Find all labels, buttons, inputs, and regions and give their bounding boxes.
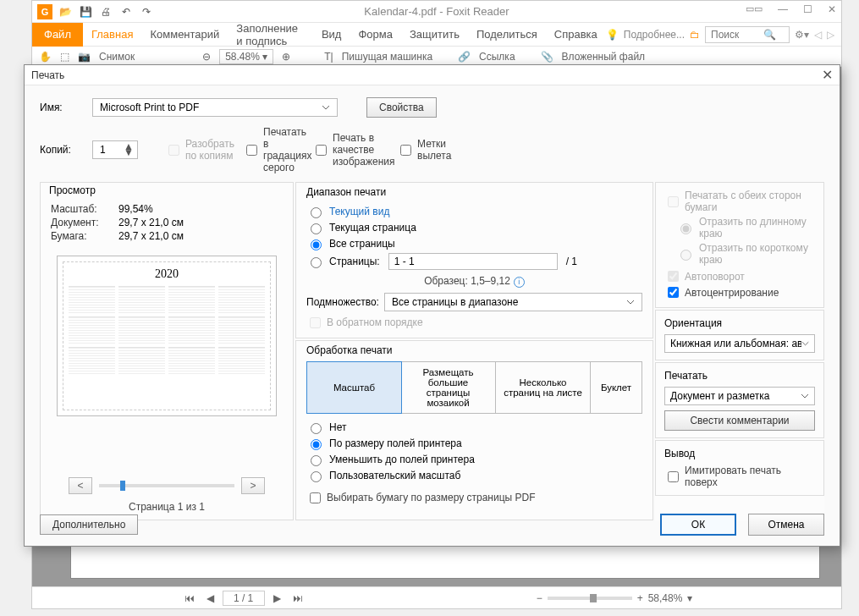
app-icon: G (37, 4, 52, 19)
print-marks-checkbox[interactable]: Метки вылета (397, 138, 439, 162)
search-icon[interactable]: 🔍 (763, 29, 776, 41)
preview-slider[interactable] (99, 484, 234, 487)
document-page (70, 545, 820, 579)
link-icon[interactable]: 🔗 (458, 51, 471, 63)
zoom-out-status-icon[interactable]: − (537, 592, 542, 604)
ribbon-tab-share[interactable]: Поделиться (468, 23, 546, 47)
zoom-in-status-icon[interactable]: + (637, 592, 643, 604)
redo-icon[interactable]: ↷ (139, 4, 154, 19)
ribbon-tab-form[interactable]: Форма (350, 23, 401, 47)
tell-me-icon[interactable]: 💡 (606, 29, 619, 41)
handling-tab-scale[interactable]: Масштаб (306, 361, 402, 414)
dialog-titlebar[interactable]: Печать ✕ (25, 65, 840, 85)
choose-paper-checkbox[interactable]: Выбирать бумагу по размеру страницы PDF (306, 490, 536, 506)
ribbon-tab-protect[interactable]: Защитить (401, 23, 468, 47)
ribbon-tab-view[interactable]: Вид (313, 23, 350, 47)
prev-page-icon[interactable]: ◀ (203, 592, 218, 604)
output-title: Вывод (664, 448, 815, 459)
minimize-icon[interactable]: — (778, 3, 788, 15)
select-tool-icon[interactable]: ⬚ (60, 51, 69, 63)
preview-next-button[interactable]: > (241, 477, 265, 494)
ribbon-tab-fill[interactable]: Заполнение и подпись (228, 23, 313, 47)
output-group: Вывод Имитировать печать поверх (655, 440, 824, 496)
tell-me-label[interactable]: Подробнее... (624, 29, 685, 41)
info-icon[interactable]: i (514, 277, 525, 288)
preview-title: Просмотр (41, 183, 293, 198)
summarize-comments-button[interactable]: Свести комментарии (664, 410, 815, 431)
scale-none-radio[interactable] (311, 423, 322, 434)
attach-label[interactable]: Вложенный файл (562, 51, 646, 63)
file-tab[interactable]: Файл (32, 23, 83, 47)
orientation-select[interactable]: Книжная или альбомная: авто (664, 334, 815, 353)
ribbon-tab-home[interactable]: Главная (83, 23, 141, 47)
search-box[interactable]: 🔍 (705, 26, 790, 43)
collate-checkbox: Разобрать по копиям (165, 138, 207, 162)
link-label[interactable]: Ссылка (479, 51, 515, 63)
current-view-radio[interactable] (311, 207, 322, 218)
search-input[interactable] (709, 28, 760, 41)
snapshot-icon[interactable]: 📷 (78, 51, 91, 63)
auto-rotate-checkbox: Автоповорот (664, 268, 745, 284)
zoom-in-icon[interactable]: ⊕ (282, 51, 290, 63)
printer-select[interactable]: Microsoft Print to PDF (92, 98, 338, 117)
next-page-icon[interactable]: ▶ (270, 592, 284, 604)
print-what-select[interactable]: Документ и разметка (664, 387, 815, 405)
as-image-checkbox[interactable]: Печать в качестве изображения (312, 132, 355, 168)
handling-tab-booklet[interactable]: Буклет (591, 362, 641, 413)
cancel-button[interactable]: Отмена (748, 514, 824, 536)
scale-fit-radio[interactable] (311, 439, 322, 450)
copies-spinner[interactable]: 1 ▲▼ (92, 140, 138, 159)
print-range-group: Диапазон печати Текущий вид Текущая стра… (295, 182, 653, 338)
spin-down-icon[interactable]: ▼ (124, 150, 134, 156)
scale-custom-radio[interactable] (311, 471, 322, 482)
zoom-out-icon[interactable]: ⊖ (202, 51, 211, 63)
reverse-order-checkbox: В обратном порядке (306, 315, 423, 331)
ribbon-tab-comment[interactable]: Комментарий (141, 23, 228, 47)
handling-tab-tile[interactable]: Размещать большие страницы мозаикой (401, 362, 496, 413)
subset-select[interactable]: Все страницы в диапазоне (384, 293, 642, 311)
zoom-select[interactable]: 58.48% ▾ (219, 49, 273, 64)
undo-icon[interactable]: ↶ (118, 4, 134, 19)
ribbon-tab-help[interactable]: Справка (546, 23, 606, 47)
close-icon[interactable]: ✕ (828, 3, 836, 15)
attach-icon[interactable]: 📎 (541, 51, 553, 63)
print-icon[interactable]: 🖨 (98, 4, 113, 19)
nav-next-icon[interactable]: ▷ (827, 29, 834, 41)
folder-icon[interactable]: 🗀 (690, 29, 700, 41)
save-icon[interactable]: 💾 (78, 4, 93, 19)
open-icon[interactable]: 📂 (58, 4, 73, 19)
hand-tool-icon[interactable]: ✋ (39, 51, 52, 63)
current-page-radio[interactable] (311, 223, 322, 234)
gear-icon[interactable]: ⚙▾ (795, 29, 809, 41)
flip-long-radio (680, 223, 691, 234)
nav-prev-icon[interactable]: ◁ (814, 29, 822, 41)
status-bar: ⏮ ◀ 1 / 1 ▶ ⏭ − + 58,48% ▾ (32, 586, 841, 608)
grayscale-checkbox[interactable]: Печатать в градациях серого (243, 126, 285, 173)
maximize-icon[interactable]: ☐ (803, 3, 812, 15)
zoom-dropdown-icon[interactable]: ▾ (687, 592, 692, 604)
simulate-overprint-checkbox[interactable]: Имитировать печать поверх (664, 465, 815, 488)
first-page-icon[interactable]: ⏮ (181, 592, 198, 604)
handling-tab-multiple[interactable]: Несколько страниц на листе (496, 362, 591, 413)
flip-short-radio (680, 250, 691, 261)
pages-input[interactable] (388, 253, 558, 270)
last-page-icon[interactable]: ⏭ (289, 592, 306, 604)
scale-shrink-radio[interactable] (311, 455, 322, 466)
zoom-slider[interactable] (548, 597, 632, 600)
pages-radio[interactable] (311, 257, 322, 268)
properties-button[interactable]: Свойства (366, 97, 437, 118)
preview-prev-button[interactable]: < (69, 477, 92, 494)
ribbon-mode-icon[interactable]: ▭▭ (746, 3, 763, 15)
advanced-button[interactable]: Дополнительно (40, 514, 138, 535)
auto-center-checkbox[interactable]: Автоцентрирование (664, 284, 779, 300)
duplex-group: Печатать с обеих сторон бумаги Отразить … (655, 182, 824, 308)
typewriter-icon[interactable]: T| (324, 51, 333, 63)
all-pages-radio[interactable] (311, 239, 322, 250)
page-indicator[interactable]: 1 / 1 (223, 591, 265, 606)
ribbon: Файл Главная Комментарий Заполнение и по… (32, 23, 841, 47)
dialog-close-icon[interactable]: ✕ (822, 67, 833, 83)
typewriter-label[interactable]: Пишущая машинка (342, 51, 432, 63)
ok-button[interactable]: ОК (660, 514, 736, 536)
print-what-title: Печатать (664, 370, 815, 382)
print-dialog: Печать ✕ Имя: Microsoft Print to PDF Сво… (24, 64, 840, 547)
